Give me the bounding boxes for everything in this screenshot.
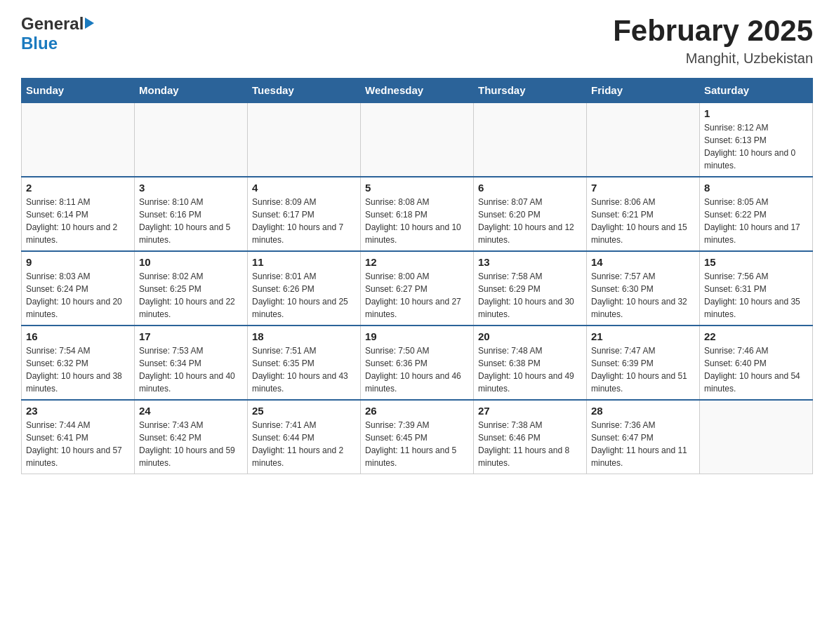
day-number: 9 <box>26 256 130 268</box>
calendar-table: SundayMondayTuesdayWednesdayThursdayFrid… <box>21 78 813 474</box>
calendar-cell: 1Sunrise: 8:12 AM Sunset: 6:13 PM Daylig… <box>700 102 813 177</box>
day-number: 23 <box>26 405 130 417</box>
calendar-week-4: 16Sunrise: 7:54 AM Sunset: 6:32 PM Dayli… <box>22 326 813 400</box>
day-number: 26 <box>365 405 469 417</box>
calendar-cell: 17Sunrise: 7:53 AM Sunset: 6:34 PM Dayli… <box>135 326 248 400</box>
calendar-cell: 4Sunrise: 8:09 AM Sunset: 6:17 PM Daylig… <box>248 177 361 251</box>
day-number: 11 <box>252 256 356 268</box>
calendar-cell: 16Sunrise: 7:54 AM Sunset: 6:32 PM Dayli… <box>22 326 135 400</box>
day-info: Sunrise: 8:09 AM Sunset: 6:17 PM Dayligh… <box>252 196 356 246</box>
day-info: Sunrise: 7:54 AM Sunset: 6:32 PM Dayligh… <box>26 344 130 395</box>
weekday-header-monday: Monday <box>135 79 248 103</box>
calendar-body: 1Sunrise: 8:12 AM Sunset: 6:13 PM Daylig… <box>22 102 813 474</box>
calendar-cell: 26Sunrise: 7:39 AM Sunset: 6:45 PM Dayli… <box>361 400 474 474</box>
day-info: Sunrise: 8:06 AM Sunset: 6:21 PM Dayligh… <box>591 196 695 246</box>
calendar-cell: 14Sunrise: 7:57 AM Sunset: 6:30 PM Dayli… <box>587 251 700 326</box>
day-info: Sunrise: 7:36 AM Sunset: 6:47 PM Dayligh… <box>591 419 695 469</box>
day-info: Sunrise: 7:48 AM Sunset: 6:38 PM Dayligh… <box>478 344 582 395</box>
calendar-cell: 21Sunrise: 7:47 AM Sunset: 6:39 PM Dayli… <box>587 326 700 400</box>
day-info: Sunrise: 7:51 AM Sunset: 6:35 PM Dayligh… <box>252 344 356 395</box>
day-number: 7 <box>591 182 695 194</box>
calendar-week-5: 23Sunrise: 7:44 AM Sunset: 6:41 PM Dayli… <box>22 400 813 474</box>
calendar-cell <box>22 102 135 177</box>
calendar-cell: 11Sunrise: 8:01 AM Sunset: 6:26 PM Dayli… <box>248 251 361 326</box>
day-number: 20 <box>478 330 582 342</box>
calendar-cell <box>361 102 474 177</box>
calendar-cell: 20Sunrise: 7:48 AM Sunset: 6:38 PM Dayli… <box>474 326 587 400</box>
logo-general-text: General <box>21 14 84 34</box>
calendar-cell: 5Sunrise: 8:08 AM Sunset: 6:18 PM Daylig… <box>361 177 474 251</box>
day-number: 12 <box>365 256 469 268</box>
calendar-week-2: 2Sunrise: 8:11 AM Sunset: 6:14 PM Daylig… <box>22 177 813 251</box>
day-info: Sunrise: 7:57 AM Sunset: 6:30 PM Dayligh… <box>591 270 695 321</box>
weekday-header-row: SundayMondayTuesdayWednesdayThursdayFrid… <box>22 79 813 103</box>
logo-blue-text: Blue <box>21 34 58 53</box>
title-block: February 2025 Manghit, Uzbekistan <box>613 14 813 67</box>
calendar-cell: 15Sunrise: 7:56 AM Sunset: 6:31 PM Dayli… <box>700 251 813 326</box>
day-info: Sunrise: 7:56 AM Sunset: 6:31 PM Dayligh… <box>704 270 808 321</box>
day-info: Sunrise: 7:47 AM Sunset: 6:39 PM Dayligh… <box>591 344 695 395</box>
logo: General Blue <box>21 14 94 53</box>
calendar-cell: 7Sunrise: 8:06 AM Sunset: 6:21 PM Daylig… <box>587 177 700 251</box>
day-info: Sunrise: 8:11 AM Sunset: 6:14 PM Dayligh… <box>26 196 130 246</box>
day-number: 25 <box>252 405 356 417</box>
day-number: 16 <box>26 330 130 342</box>
calendar-cell: 3Sunrise: 8:10 AM Sunset: 6:16 PM Daylig… <box>135 177 248 251</box>
weekday-header-wednesday: Wednesday <box>361 79 474 103</box>
day-info: Sunrise: 7:44 AM Sunset: 6:41 PM Dayligh… <box>26 419 130 469</box>
day-info: Sunrise: 8:03 AM Sunset: 6:24 PM Dayligh… <box>26 270 130 321</box>
day-info: Sunrise: 7:46 AM Sunset: 6:40 PM Dayligh… <box>704 344 808 395</box>
calendar-cell <box>135 102 248 177</box>
day-number: 14 <box>591 256 695 268</box>
page-header: General Blue February 2025 Manghit, Uzbe… <box>21 14 813 67</box>
weekday-header-tuesday: Tuesday <box>248 79 361 103</box>
day-info: Sunrise: 8:07 AM Sunset: 6:20 PM Dayligh… <box>478 196 582 246</box>
calendar-cell: 27Sunrise: 7:38 AM Sunset: 6:46 PM Dayli… <box>474 400 587 474</box>
day-number: 28 <box>591 405 695 417</box>
day-number: 6 <box>478 182 582 194</box>
calendar-week-1: 1Sunrise: 8:12 AM Sunset: 6:13 PM Daylig… <box>22 102 813 177</box>
day-number: 5 <box>365 182 469 194</box>
calendar-cell: 23Sunrise: 7:44 AM Sunset: 6:41 PM Dayli… <box>22 400 135 474</box>
calendar-cell: 28Sunrise: 7:36 AM Sunset: 6:47 PM Dayli… <box>587 400 700 474</box>
day-number: 21 <box>591 330 695 342</box>
weekday-header-saturday: Saturday <box>700 79 813 103</box>
day-info: Sunrise: 7:38 AM Sunset: 6:46 PM Dayligh… <box>478 419 582 469</box>
location-subtitle: Manghit, Uzbekistan <box>613 51 813 67</box>
calendar-week-3: 9Sunrise: 8:03 AM Sunset: 6:24 PM Daylig… <box>22 251 813 326</box>
calendar-cell: 10Sunrise: 8:02 AM Sunset: 6:25 PM Dayli… <box>135 251 248 326</box>
day-info: Sunrise: 8:08 AM Sunset: 6:18 PM Dayligh… <box>365 196 469 246</box>
calendar-cell: 19Sunrise: 7:50 AM Sunset: 6:36 PM Dayli… <box>361 326 474 400</box>
day-info: Sunrise: 8:12 AM Sunset: 6:13 PM Dayligh… <box>704 121 808 172</box>
day-info: Sunrise: 7:53 AM Sunset: 6:34 PM Dayligh… <box>139 344 243 395</box>
day-info: Sunrise: 7:50 AM Sunset: 6:36 PM Dayligh… <box>365 344 469 395</box>
day-info: Sunrise: 7:58 AM Sunset: 6:29 PM Dayligh… <box>478 270 582 321</box>
day-number: 27 <box>478 405 582 417</box>
calendar-cell: 22Sunrise: 7:46 AM Sunset: 6:40 PM Dayli… <box>700 326 813 400</box>
calendar-cell: 2Sunrise: 8:11 AM Sunset: 6:14 PM Daylig… <box>22 177 135 251</box>
month-title: February 2025 <box>613 14 813 48</box>
day-info: Sunrise: 8:05 AM Sunset: 6:22 PM Dayligh… <box>704 196 808 246</box>
day-number: 22 <box>704 330 808 342</box>
day-info: Sunrise: 7:43 AM Sunset: 6:42 PM Dayligh… <box>139 419 243 469</box>
weekday-header-thursday: Thursday <box>474 79 587 103</box>
day-info: Sunrise: 8:00 AM Sunset: 6:27 PM Dayligh… <box>365 270 469 321</box>
calendar-cell <box>474 102 587 177</box>
day-number: 17 <box>139 330 243 342</box>
day-info: Sunrise: 7:41 AM Sunset: 6:44 PM Dayligh… <box>252 419 356 469</box>
day-info: Sunrise: 8:01 AM Sunset: 6:26 PM Dayligh… <box>252 270 356 321</box>
calendar-cell <box>700 400 813 474</box>
calendar-cell: 13Sunrise: 7:58 AM Sunset: 6:29 PM Dayli… <box>474 251 587 326</box>
day-number: 2 <box>26 182 130 194</box>
day-number: 18 <box>252 330 356 342</box>
calendar-cell: 24Sunrise: 7:43 AM Sunset: 6:42 PM Dayli… <box>135 400 248 474</box>
day-info: Sunrise: 8:10 AM Sunset: 6:16 PM Dayligh… <box>139 196 243 246</box>
calendar-cell: 9Sunrise: 8:03 AM Sunset: 6:24 PM Daylig… <box>22 251 135 326</box>
day-number: 15 <box>704 256 808 268</box>
calendar-cell: 8Sunrise: 8:05 AM Sunset: 6:22 PM Daylig… <box>700 177 813 251</box>
weekday-header-sunday: Sunday <box>22 79 135 103</box>
calendar-cell: 12Sunrise: 8:00 AM Sunset: 6:27 PM Dayli… <box>361 251 474 326</box>
logo-arrow-icon <box>85 18 94 29</box>
calendar-cell <box>587 102 700 177</box>
calendar-cell: 25Sunrise: 7:41 AM Sunset: 6:44 PM Dayli… <box>248 400 361 474</box>
